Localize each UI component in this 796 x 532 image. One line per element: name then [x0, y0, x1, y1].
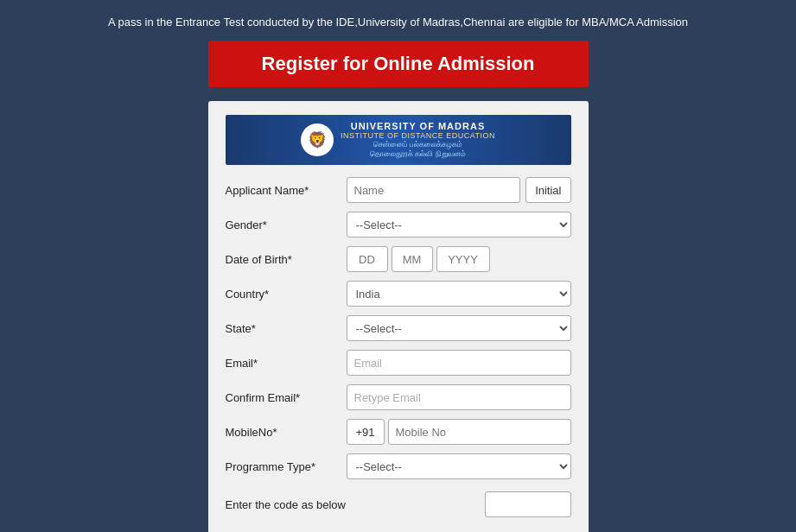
code-input[interactable]	[485, 491, 571, 517]
applicant-name-label: Applicant Name*	[226, 184, 347, 197]
email-label: Email*	[226, 357, 347, 370]
state-select[interactable]: --Select--	[347, 315, 571, 341]
mobile-row: MobileNo*	[226, 419, 571, 445]
gender-row: Gender* --Select-- Male Female Other	[226, 212, 571, 238]
initial-button[interactable]: Initial	[525, 177, 570, 203]
university-logo: 🦁 UNIVERSITY OF MADRAS INSTITUTE OF DIST…	[226, 115, 571, 165]
country-select[interactable]: India Other	[347, 281, 571, 307]
code-label: Enter the code as below	[226, 498, 485, 511]
applicant-name-inputs: Initial	[347, 177, 571, 203]
confirm-email-row: Confirm Email*	[226, 384, 571, 410]
university-tamil-line1: சென்னைப் பல்கலைக்கழகம்	[341, 140, 495, 149]
dob-label: Date of Birth*	[226, 253, 347, 266]
dob-inputs	[347, 246, 571, 272]
dob-row: Date of Birth*	[226, 246, 571, 272]
mobile-inputs	[347, 419, 571, 445]
mobile-prefix-input	[347, 419, 385, 445]
form-container: 🦁 UNIVERSITY OF MADRAS INSTITUTE OF DIST…	[208, 101, 589, 532]
country-row: Country* India Other	[226, 281, 571, 307]
dob-mm-input[interactable]	[392, 246, 433, 272]
university-emblem: 🦁	[301, 124, 334, 156]
programme-type-row: Programme Type* --Select--	[226, 453, 571, 479]
country-label: Country*	[226, 288, 347, 301]
gender-label: Gender*	[226, 218, 347, 231]
programme-type-select[interactable]: --Select--	[347, 453, 571, 479]
top-notice: A pass in the Entrance Test conducted by…	[91, 16, 705, 28]
confirm-email-input[interactable]	[347, 384, 571, 410]
gender-select[interactable]: --Select-- Male Female Other	[347, 212, 571, 238]
confirm-email-label: Confirm Email*	[226, 391, 347, 404]
university-tamil-line2: தொலைதூரக் கல்வி நிறுவனம்	[341, 149, 495, 159]
code-row: Enter the code as below	[226, 491, 571, 517]
mobile-label: MobileNo*	[226, 426, 347, 439]
applicant-name-input[interactable]	[347, 177, 521, 203]
register-banner: Register for Online Admission	[208, 41, 589, 87]
programme-type-label: Programme Type*	[226, 460, 347, 473]
university-name-line2: INSTITUTE OF DISTANCE EDUCATION	[341, 131, 495, 140]
university-name-line1: UNIVERSITY OF MADRAS	[341, 121, 495, 131]
university-name-block: UNIVERSITY OF MADRAS INSTITUTE OF DISTAN…	[341, 121, 495, 159]
mobile-number-input[interactable]	[388, 419, 571, 445]
state-row: State* --Select--	[226, 315, 571, 341]
state-label: State*	[226, 322, 347, 335]
dob-dd-input[interactable]	[347, 246, 388, 272]
dob-yyyy-input[interactable]	[436, 246, 490, 272]
applicant-name-row: Applicant Name* Initial	[226, 177, 571, 203]
email-input[interactable]	[347, 350, 571, 376]
email-row: Email*	[226, 350, 571, 376]
